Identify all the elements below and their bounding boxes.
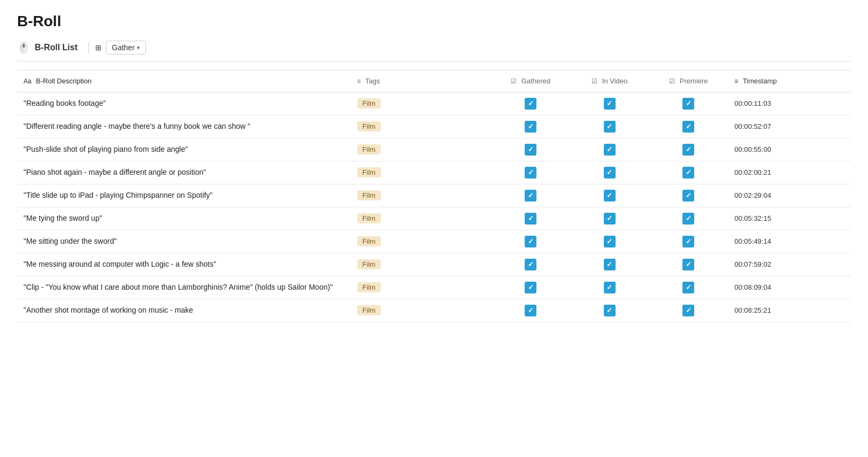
- cell-gathered[interactable]: ✓: [491, 115, 570, 138]
- cell-gathered[interactable]: ✓: [491, 207, 570, 230]
- cell-invideo[interactable]: ✓: [570, 230, 649, 253]
- checkbox-gathered[interactable]: ✓: [525, 144, 536, 156]
- col-header-description[interactable]: Aa B-Roll Description: [17, 71, 351, 92]
- cell-gathered[interactable]: ✓: [491, 92, 570, 115]
- broll-table: Aa B-Roll Description ≡ Tags ☑ Gathered …: [17, 71, 851, 322]
- cell-gathered[interactable]: ✓: [491, 230, 570, 253]
- tag-pill[interactable]: Film: [357, 305, 381, 315]
- checkbox-icon-premiere: ☑: [669, 78, 675, 85]
- cell-premiere[interactable]: ✓: [649, 161, 728, 184]
- cell-tags: Film: [351, 276, 491, 299]
- table-header-row: Aa B-Roll Description ≡ Tags ☑ Gathered …: [17, 71, 851, 92]
- cell-invideo[interactable]: ✓: [570, 253, 649, 276]
- cell-description: "Reading books footage": [17, 92, 351, 115]
- checkbox-gathered[interactable]: ✓: [525, 167, 536, 179]
- table-body: "Reading books footage"Film✓✓✓00:00:11:0…: [17, 92, 851, 322]
- cell-gathered[interactable]: ✓: [491, 276, 570, 299]
- checkbox-gathered[interactable]: ✓: [525, 98, 536, 110]
- cell-premiere[interactable]: ✓: [649, 207, 728, 230]
- tag-pill[interactable]: Film: [357, 259, 381, 269]
- checkbox-invideo[interactable]: ✓: [604, 259, 616, 270]
- checkbox-invideo[interactable]: ✓: [604, 98, 616, 110]
- cell-description: "Title slide up to iPad - playing Chimps…: [17, 184, 351, 207]
- tag-pill[interactable]: Film: [357, 190, 381, 200]
- checkbox-gathered[interactable]: ✓: [525, 282, 536, 293]
- cell-premiere[interactable]: ✓: [649, 276, 728, 299]
- cell-description: "Different reading angle - maybe there's…: [17, 115, 351, 138]
- col-header-gathered[interactable]: ☑ Gathered: [491, 71, 570, 92]
- checkbox-invideo[interactable]: ✓: [604, 167, 616, 179]
- cell-premiere[interactable]: ✓: [649, 299, 728, 322]
- checkbox-gathered[interactable]: ✓: [525, 305, 536, 316]
- gather-button[interactable]: Gather ▾: [106, 41, 146, 55]
- cell-premiere[interactable]: ✓: [649, 92, 728, 115]
- col-header-invideo[interactable]: ☑ In Video: [570, 71, 649, 92]
- tag-pill[interactable]: Film: [357, 98, 381, 109]
- checkbox-premiere[interactable]: ✓: [682, 167, 694, 179]
- checkbox-premiere[interactable]: ✓: [682, 98, 694, 110]
- tag-pill[interactable]: Film: [357, 144, 381, 154]
- cell-gathered[interactable]: ✓: [491, 138, 570, 161]
- checkbox-premiere[interactable]: ✓: [682, 190, 694, 202]
- text-icon: Aa: [24, 78, 32, 85]
- tag-pill[interactable]: Film: [357, 213, 381, 223]
- checkbox-invideo[interactable]: ✓: [604, 305, 616, 316]
- cell-tags: Film: [351, 138, 491, 161]
- cell-description: "Me messing around at computer with Logi…: [17, 253, 351, 276]
- col-header-tags[interactable]: ≡ Tags: [351, 71, 491, 92]
- checkbox-invideo[interactable]: ✓: [604, 144, 616, 156]
- cell-invideo[interactable]: ✓: [570, 115, 649, 138]
- checkbox-gathered[interactable]: ✓: [525, 190, 536, 202]
- checkbox-gathered[interactable]: ✓: [525, 121, 536, 133]
- cell-premiere[interactable]: ✓: [649, 115, 728, 138]
- checkbox-premiere[interactable]: ✓: [682, 259, 694, 270]
- cell-timestamp: 00:02:00:21: [728, 161, 851, 184]
- cell-invideo[interactable]: ✓: [570, 207, 649, 230]
- checkbox-premiere[interactable]: ✓: [682, 282, 694, 293]
- checkbox-gathered[interactable]: ✓: [525, 213, 536, 224]
- cell-tags: Film: [351, 184, 491, 207]
- cell-invideo[interactable]: ✓: [570, 299, 649, 322]
- checkbox-gathered[interactable]: ✓: [525, 259, 536, 270]
- cell-invideo[interactable]: ✓: [570, 92, 649, 115]
- col-header-premiere[interactable]: ☑ Premiere: [649, 71, 728, 92]
- tag-pill[interactable]: Film: [357, 121, 381, 131]
- checkbox-premiere[interactable]: ✓: [682, 121, 694, 133]
- checkbox-gathered[interactable]: ✓: [525, 236, 536, 247]
- cell-premiere[interactable]: ✓: [649, 138, 728, 161]
- cell-premiere[interactable]: ✓: [649, 230, 728, 253]
- cell-gathered[interactable]: ✓: [491, 184, 570, 207]
- checkbox-invideo[interactable]: ✓: [604, 282, 616, 293]
- table-row: "Me tying the sword up"Film✓✓✓00:05:32:1…: [17, 207, 851, 230]
- checkbox-premiere[interactable]: ✓: [682, 305, 694, 316]
- cell-tags: Film: [351, 115, 491, 138]
- cell-invideo[interactable]: ✓: [570, 184, 649, 207]
- cell-gathered[interactable]: ✓: [491, 299, 570, 322]
- cell-invideo[interactable]: ✓: [570, 161, 649, 184]
- cell-gathered[interactable]: ✓: [491, 253, 570, 276]
- checkbox-invideo[interactable]: ✓: [604, 121, 616, 133]
- cell-timestamp: 00:00:11:03: [728, 92, 851, 115]
- divider: [88, 42, 89, 53]
- checkbox-premiere[interactable]: ✓: [682, 236, 694, 247]
- col-header-timestamp[interactable]: ≡ Timestamp: [728, 71, 851, 92]
- checkbox-invideo[interactable]: ✓: [604, 213, 616, 224]
- checkbox-premiere[interactable]: ✓: [682, 213, 694, 224]
- cell-premiere[interactable]: ✓: [649, 253, 728, 276]
- tag-pill[interactable]: Film: [357, 167, 381, 177]
- cell-timestamp: 00:08:09:04: [728, 276, 851, 299]
- cell-description: "Push-slide shot of playing piano from s…: [17, 138, 351, 161]
- gather-label: Gather: [112, 43, 135, 52]
- checkbox-invideo[interactable]: ✓: [604, 236, 616, 247]
- tag-pill[interactable]: Film: [357, 236, 381, 246]
- list-icon: ≡: [357, 78, 361, 85]
- cell-premiere[interactable]: ✓: [649, 184, 728, 207]
- checkbox-premiere[interactable]: ✓: [682, 144, 694, 156]
- cell-gathered[interactable]: ✓: [491, 161, 570, 184]
- tag-pill[interactable]: Film: [357, 282, 381, 292]
- cell-invideo[interactable]: ✓: [570, 138, 649, 161]
- table-row: "Different reading angle - maybe there's…: [17, 115, 851, 138]
- lines-icon: ≡: [734, 78, 738, 85]
- cell-invideo[interactable]: ✓: [570, 276, 649, 299]
- checkbox-invideo[interactable]: ✓: [604, 190, 616, 202]
